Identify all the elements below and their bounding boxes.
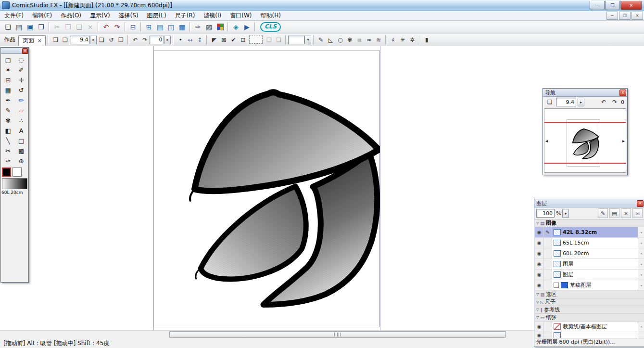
move-tool[interactable]: ✛	[15, 75, 28, 85]
tone-gradient-preview[interactable]	[2, 178, 27, 189]
menu-edit[interactable]: 编辑(E)	[28, 11, 56, 21]
zoom-tool[interactable]: ⊕	[15, 156, 28, 166]
layer-group-paper[interactable]: ▽ ▭ 纸张	[535, 314, 644, 322]
layer-group-ruler[interactable]: ▽ ◺ 尺子	[535, 298, 644, 306]
show-story-icon[interactable]: ▤	[154, 22, 165, 33]
collapse-triangle-icon[interactable]: ▽	[536, 308, 539, 312]
clip-logo[interactable]: CLS	[260, 22, 281, 32]
zoom-field[interactable]: 9.4	[70, 36, 90, 44]
fill-tool[interactable]: ◧	[1, 126, 15, 136]
rotate-left-icon[interactable]: ↶	[130, 35, 140, 45]
child-close-button[interactable]: ×	[631, 12, 643, 20]
layer-group-image[interactable]: ▽ ▤ 图像	[535, 219, 644, 227]
expand-selection-icon[interactable]: ⊡	[238, 35, 248, 45]
child-minimize-button[interactable]: ─	[606, 12, 618, 20]
child-restore-button[interactable]: ❐	[619, 12, 631, 20]
row-grip-icon[interactable]: ◂	[638, 259, 644, 269]
nav-zoom-field[interactable]: 9.4	[556, 98, 576, 106]
visibility-eye-icon[interactable]: ◉	[535, 259, 544, 269]
line-tool[interactable]: ╲	[1, 136, 15, 146]
beginner-assist-icon[interactable]: ✑	[192, 22, 203, 33]
rotate-reset-icon[interactable]: ↺	[106, 35, 116, 45]
collapse-triangle-icon[interactable]: ▽	[536, 300, 539, 304]
rect-select-tool[interactable]: ▢	[1, 55, 15, 65]
tab-close-icon[interactable]: ×	[38, 38, 41, 43]
navigator-close-icon[interactable]: ×	[619, 90, 626, 96]
maximize-button[interactable]: ❐	[605, 1, 620, 10]
shape-tool[interactable]: □	[15, 136, 28, 146]
layer-menu-icon[interactable]: ✎	[598, 208, 608, 218]
material-catalog-icon[interactable]: ◈	[230, 22, 241, 33]
pen-tool[interactable]: ✒	[1, 95, 15, 105]
work-tab-label[interactable]: 作品	[1, 36, 18, 44]
menu-ruler[interactable]: 尺子(R)	[171, 11, 200, 21]
copy-icon[interactable]: ❐	[63, 22, 74, 33]
paste-icon[interactable]: ❑	[74, 22, 85, 33]
undo-icon[interactable]: ↶	[101, 22, 112, 33]
page-prev-icon[interactable]: ❏	[264, 35, 274, 45]
eraser-tool[interactable]: ▱	[15, 105, 28, 116]
eyedropper-tool[interactable]: ✑	[1, 156, 15, 166]
selection-launcher[interactable]	[249, 36, 263, 44]
visibility-eye-icon[interactable]: ◉	[535, 248, 544, 258]
save-icon[interactable]: ▣	[25, 22, 36, 33]
toolbox-titlebar[interactable]: ×	[1, 48, 28, 54]
nav-rotate-right-icon[interactable]: ↷	[610, 97, 619, 107]
row-grip-icon[interactable]: ◂	[638, 270, 644, 280]
apply-transform-icon[interactable]: ✔	[228, 35, 238, 45]
navigator-preview[interactable]: ◂ ▸	[544, 108, 626, 173]
dot-cursor-icon[interactable]: •	[176, 35, 185, 45]
parallel-ruler-icon[interactable]: ≡	[354, 35, 364, 45]
nav-next-arrow[interactable]: ▸	[622, 138, 625, 143]
collapse-triangle-icon[interactable]: ▽	[536, 316, 539, 320]
decoration-ruler-icon[interactable]: ✾	[345, 35, 354, 45]
visibility-eye-icon[interactable]: ◉	[535, 238, 544, 248]
show-both-icon[interactable]: ◫	[165, 22, 177, 33]
flip-vertical-icon[interactable]: ↕	[195, 35, 204, 45]
move-corner-icon[interactable]: ◤	[209, 35, 219, 45]
draft-checkbox[interactable]	[554, 283, 559, 288]
row-grip-icon[interactable]: ◂	[638, 322, 644, 332]
tone-tool[interactable]: ▩	[15, 146, 28, 156]
brush-tool[interactable]: ✾	[1, 116, 15, 126]
layer-group-guides[interactable]: ▽ ∥ 参考线	[535, 306, 644, 314]
table-tool[interactable]: ▦	[1, 85, 15, 95]
foreground-color-swatch[interactable]	[2, 168, 11, 177]
menu-layer[interactable]: 图层(L)	[143, 11, 171, 21]
color-grid-icon[interactable]	[215, 22, 226, 33]
special-ruler-snap-icon[interactable]: ✳	[398, 35, 407, 45]
new-folder-icon[interactable]: ▤	[609, 208, 619, 218]
nav-prev-arrow[interactable]: ◂	[545, 138, 548, 143]
row-grip-icon[interactable]	[638, 332, 644, 338]
layer-row-partial[interactable]: ◉	[535, 332, 644, 338]
tool-preset-field[interactable]	[288, 36, 304, 44]
tool-preset-dropdown[interactable]: ▾	[304, 36, 311, 44]
set-square-ruler-icon[interactable]: ◺	[326, 35, 335, 45]
menu-view[interactable]: 显示(V)	[86, 11, 114, 21]
minimize-button[interactable]: ─	[590, 1, 605, 10]
zoom-page-icon[interactable]: ❏	[60, 35, 70, 45]
magic-wand-tool[interactable]: ✶	[1, 65, 15, 75]
layers-titlebar[interactable]: 图层 ×	[534, 199, 644, 207]
menu-filter[interactable]: 滤镜(I)	[199, 11, 226, 21]
show-page-icon[interactable]: ⊞	[143, 22, 154, 33]
layer-row[interactable]: ◉ 60L 20cm ◂	[535, 248, 644, 259]
opacity-field[interactable]: 100	[536, 209, 555, 218]
delete-layer-icon[interactable]: ×	[621, 208, 631, 218]
fit-page-icon[interactable]: ❏	[97, 35, 106, 45]
new-page-icon[interactable]: ❏	[2, 22, 13, 33]
navigator-titlebar[interactable]: 导航 ×	[543, 89, 627, 97]
toolbox-close-icon[interactable]: ×	[22, 48, 28, 54]
redo-icon[interactable]: ↷	[112, 22, 123, 33]
show-quad-icon[interactable]: ▦	[177, 22, 188, 33]
nav-fit-icon[interactable]: ❏	[545, 97, 555, 107]
nav-pages-icon[interactable]: ❐	[51, 35, 60, 45]
opacity-spinner[interactable]: ▸	[562, 209, 569, 218]
nav-rotate-left-icon[interactable]: ↶	[599, 97, 608, 107]
delete-icon[interactable]: ×	[85, 22, 96, 33]
cut-icon[interactable]: ✂	[51, 22, 63, 33]
page-next-icon[interactable]: ❏	[274, 35, 283, 45]
visibility-eye-icon[interactable]: ◉	[535, 332, 544, 338]
frame-cutter-tool[interactable]: ✂	[1, 146, 15, 156]
pen-select-tool[interactable]: ✐	[15, 65, 28, 75]
